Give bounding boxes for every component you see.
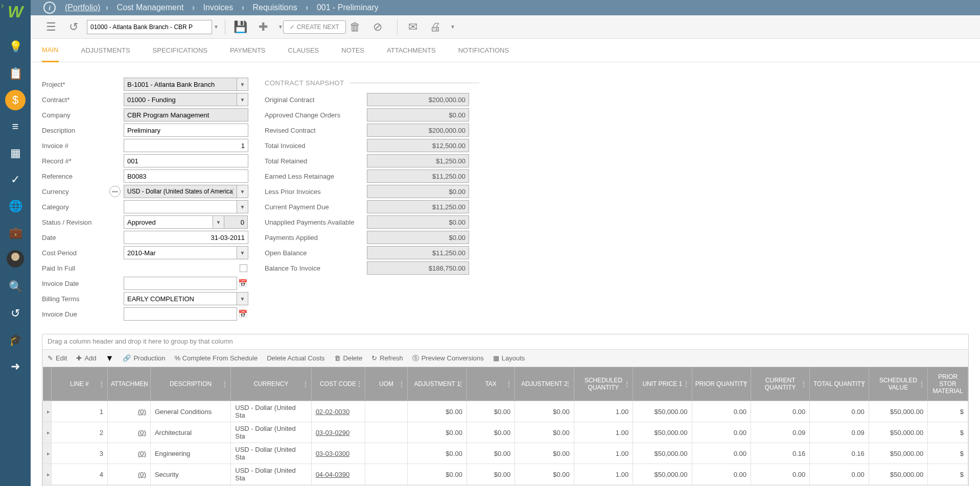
expand-sidebar-icon[interactable]: › bbox=[1, 1, 4, 10]
invoice-due-calendar-icon[interactable]: 📅 bbox=[237, 307, 248, 321]
category-field[interactable] bbox=[124, 200, 237, 213]
cost-period-field[interactable] bbox=[124, 246, 237, 259]
project-field[interactable] bbox=[124, 78, 237, 91]
description-field[interactable] bbox=[124, 124, 248, 137]
attachments-link[interactable]: (0) bbox=[107, 422, 150, 443]
grid-pct-complete-button[interactable]: % Complete From Schedule bbox=[175, 354, 258, 362]
invoice-due-field[interactable] bbox=[124, 307, 237, 321]
check-icon[interactable]: ✓ bbox=[5, 169, 26, 190]
attachments-link[interactable]: (0) bbox=[107, 443, 150, 464]
globe-icon[interactable]: 🌐 bbox=[5, 196, 26, 216]
invoice-date-field[interactable] bbox=[124, 277, 237, 290]
col-schval[interactable]: SCHEDULED VALUE⋮ bbox=[869, 367, 927, 401]
category-dd[interactable]: ▼ bbox=[237, 200, 248, 213]
col-cost-code[interactable]: COST CODE⋮ bbox=[311, 367, 365, 401]
row-expand-icon[interactable]: ▸ bbox=[43, 401, 52, 422]
table-row[interactable]: ▸ 2 (0) Architectural USD - Dollar (Unit… bbox=[43, 422, 968, 443]
briefcase-icon[interactable]: 💼 bbox=[5, 223, 26, 243]
list-icon[interactable]: ≡ bbox=[5, 116, 26, 137]
cost-code-link[interactable]: 03-03-0290 bbox=[311, 422, 365, 443]
email-icon[interactable]: ✉ bbox=[404, 18, 422, 36]
table-row[interactable]: ▸ 3 (0) Engineering USD - Dollar (United… bbox=[43, 443, 968, 464]
invoice-date-calendar-icon[interactable]: 📅 bbox=[237, 277, 248, 290]
attachments-link[interactable]: (0) bbox=[107, 401, 150, 422]
col-schqty[interactable]: SCHEDULED QUANTITY⋮ bbox=[574, 367, 633, 401]
grid-preview-button[interactable]: ⓢ Preview Conversions bbox=[412, 354, 484, 363]
add-icon[interactable]: ✚ bbox=[254, 18, 272, 36]
contract-dd[interactable]: ▼ bbox=[237, 93, 248, 106]
education-icon[interactable]: 🎓 bbox=[5, 330, 26, 350]
col-totq[interactable]: TOTAL QUANTITY⋮ bbox=[810, 367, 869, 401]
grid-delete-button[interactable]: 🗑 Delete bbox=[334, 354, 363, 362]
project-selector-dd[interactable]: ▼ bbox=[214, 24, 219, 30]
search-icon[interactable]: 🔍 bbox=[5, 277, 26, 297]
col-adj2[interactable]: ADJUSTMENT 2⋮ bbox=[515, 367, 574, 401]
row-expand-icon[interactable]: ▸ bbox=[43, 464, 52, 485]
col-currq[interactable]: CURRENT QUANTITY⋮ bbox=[751, 367, 809, 401]
cost-code-link[interactable]: 02-02-0030 bbox=[311, 401, 365, 422]
col-tax[interactable]: TAX⋮ bbox=[466, 367, 515, 401]
grid-add-dd[interactable]: ▼ bbox=[106, 354, 114, 363]
info-icon[interactable]: i bbox=[43, 2, 56, 14]
col-uom[interactable]: UOM⋮ bbox=[365, 367, 408, 401]
create-next-button[interactable]: ✓CREATE NEXT bbox=[283, 20, 346, 34]
logout-icon[interactable]: ➜ bbox=[5, 356, 26, 377]
attachments-link[interactable]: (0) bbox=[107, 464, 150, 485]
status-field[interactable] bbox=[124, 215, 213, 229]
grid-layouts-button[interactable]: ▦ Layouts bbox=[493, 354, 525, 362]
print-icon[interactable]: 🖨 bbox=[426, 18, 445, 36]
date-field[interactable] bbox=[124, 231, 248, 244]
tab-specifications[interactable]: SPECIFICATIONS bbox=[153, 39, 207, 61]
cost-code-link[interactable]: 03-03-0300 bbox=[311, 443, 365, 464]
col-unit[interactable]: UNIT PRICE 1⋮ bbox=[633, 367, 692, 401]
contract-field[interactable] bbox=[124, 93, 237, 106]
col-adj1[interactable]: ADJUSTMENT 1⋮ bbox=[408, 367, 466, 401]
billing-terms-dd[interactable]: ▼ bbox=[237, 292, 248, 305]
table-row[interactable]: ▸ 1 (0) General Conditions USD - Dollar … bbox=[43, 401, 968, 422]
col-line[interactable]: LINE #⋮ bbox=[51, 367, 107, 401]
menu-icon[interactable]: ☰ bbox=[42, 18, 60, 36]
user-avatar[interactable] bbox=[7, 250, 24, 268]
clipboard-icon[interactable]: 📋 bbox=[5, 63, 26, 84]
table-row[interactable]: ▸ 4 (0) Security USD - Dollar (United St… bbox=[43, 464, 968, 485]
tab-adjustments[interactable]: ADJUSTMENTS bbox=[81, 39, 130, 61]
col-description[interactable]: DESCRIPTION⋮ bbox=[150, 367, 230, 401]
grid-production-button[interactable]: 🔗 Production bbox=[123, 354, 165, 362]
tab-payments[interactable]: PAYMENTS bbox=[230, 39, 266, 61]
invoice-num-field[interactable] bbox=[124, 139, 248, 152]
add-dd[interactable]: ▼ bbox=[278, 24, 283, 30]
tab-notifications[interactable]: NOTIFICATIONS bbox=[458, 39, 509, 61]
grid-edit-button[interactable]: ✎ Edit bbox=[48, 354, 67, 362]
ideas-icon[interactable]: 💡 bbox=[5, 37, 26, 57]
col-priorq[interactable]: PRIOR QUANTITY⋮ bbox=[692, 367, 751, 401]
project-dd[interactable]: ▼ bbox=[237, 78, 248, 91]
reference-field[interactable] bbox=[124, 169, 248, 183]
currency-field[interactable] bbox=[124, 185, 237, 198]
tab-clauses[interactable]: CLAUSES bbox=[288, 39, 319, 61]
cost-icon[interactable]: $ bbox=[5, 90, 26, 110]
building-icon[interactable]: ▦ bbox=[5, 143, 26, 163]
status-dd[interactable]: ▼ bbox=[213, 215, 224, 229]
block-icon[interactable]: ⊘ bbox=[368, 18, 387, 36]
grid-group-hint[interactable]: Drag a column header and drop it here to… bbox=[42, 334, 968, 350]
tab-attachments[interactable]: ATTACHMENTS bbox=[387, 39, 436, 61]
delete-icon[interactable]: 🗑 bbox=[346, 18, 364, 36]
history-icon[interactable]: ↺ bbox=[5, 303, 26, 324]
print-dd[interactable]: ▼ bbox=[450, 24, 455, 30]
record-num-field[interactable] bbox=[124, 154, 248, 167]
project-selector[interactable] bbox=[87, 20, 212, 34]
tab-notes[interactable]: NOTES bbox=[341, 39, 364, 61]
billing-terms-field[interactable] bbox=[124, 292, 237, 305]
currency-dd[interactable]: ▼ bbox=[237, 185, 248, 198]
col-attachments[interactable]: ATTACHMEN⋮ bbox=[107, 367, 150, 401]
row-expand-icon[interactable]: ▸ bbox=[43, 422, 52, 443]
breadcrumb-portfolio[interactable]: (Portfolio) bbox=[65, 3, 100, 12]
grid-delete-actual-button[interactable]: Delete Actual Costs bbox=[267, 354, 324, 362]
grid-refresh-button[interactable]: ↻ Refresh bbox=[371, 354, 403, 362]
col-prior-stored[interactable]: PRIOR STOR MATERIAL bbox=[928, 367, 968, 401]
cost-period-dd[interactable]: ▼ bbox=[237, 246, 248, 259]
col-currency[interactable]: CURRENCY⋮ bbox=[231, 367, 311, 401]
save-icon[interactable]: 💾 bbox=[231, 18, 250, 36]
tab-main[interactable]: MAIN bbox=[42, 39, 59, 62]
currency-options-icon[interactable]: ••• bbox=[109, 186, 121, 197]
